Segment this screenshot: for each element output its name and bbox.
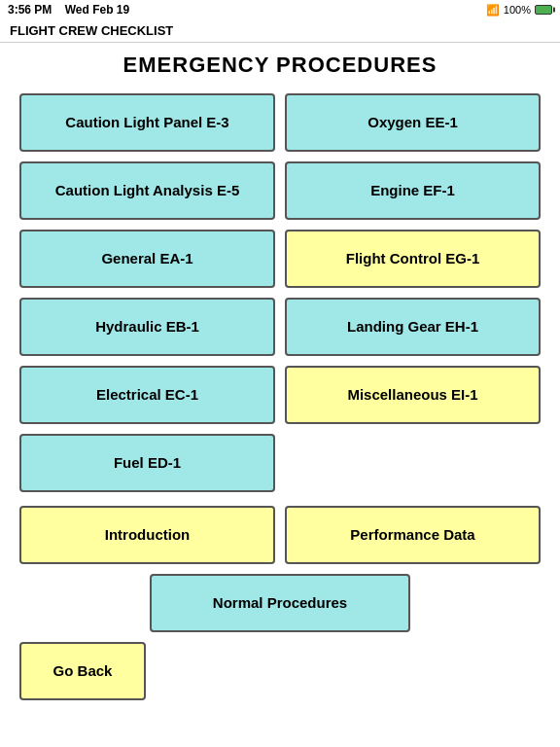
go-back-row: Go Back: [19, 642, 541, 700]
grid-row-3: General EA-1 Flight Control EG-1: [19, 230, 541, 288]
introduction-button[interactable]: Introduction: [19, 506, 275, 564]
normal-procedures-button[interactable]: Normal Procedures: [150, 574, 410, 632]
flight-control-button[interactable]: Flight Control EG-1: [285, 230, 541, 288]
general-button[interactable]: General EA-1: [19, 230, 275, 288]
normal-procedures-row: Normal Procedures: [19, 574, 541, 632]
grid-row-4: Hydraulic EB-1 Landing Gear EH-1: [19, 298, 541, 356]
main-content: EMERGENCY PROCEDURES Caution Light Panel…: [0, 43, 560, 747]
engine-button[interactable]: Engine EF-1: [285, 161, 541, 220]
caution-light-analysis-button[interactable]: Caution Light Analysis E-5: [19, 161, 275, 220]
wifi-icon: 📶: [486, 4, 500, 17]
app-title: FLIGHT CREW CHECKLIST: [10, 23, 173, 38]
status-time-date: 3:56 PM Wed Feb 19: [8, 3, 129, 17]
battery-icon: [535, 5, 552, 15]
landing-gear-button[interactable]: Landing Gear EH-1: [285, 298, 541, 356]
go-back-button[interactable]: Go Back: [19, 642, 146, 700]
performance-data-button[interactable]: Performance Data: [285, 506, 541, 564]
oxygen-button[interactable]: Oxygen EE-1: [285, 93, 541, 152]
grid-row-5: Electrical EC-1 Miscellaneous EI-1: [19, 366, 541, 424]
hydraulic-button[interactable]: Hydraulic EB-1: [19, 298, 275, 356]
grid-row-1: Caution Light Panel E-3 Oxygen EE-1: [19, 93, 541, 152]
bottom-nav: Introduction Performance Data: [19, 506, 541, 564]
fuel-row: Fuel ED-1: [19, 434, 541, 492]
app-title-bar: FLIGHT CREW CHECKLIST: [0, 19, 560, 43]
page-title: EMERGENCY PROCEDURES: [19, 53, 541, 78]
fuel-button[interactable]: Fuel ED-1: [19, 434, 275, 492]
grid-row-2: Caution Light Analysis E-5 Engine EF-1: [19, 161, 541, 220]
status-bar: 3:56 PM Wed Feb 19 📶 100%: [0, 0, 560, 19]
electrical-button[interactable]: Electrical EC-1: [19, 366, 275, 424]
caution-light-panel-button[interactable]: Caution Light Panel E-3: [19, 93, 275, 152]
status-indicators: 📶 100%: [486, 4, 552, 17]
miscellaneous-button[interactable]: Miscellaneous EI-1: [285, 366, 541, 424]
